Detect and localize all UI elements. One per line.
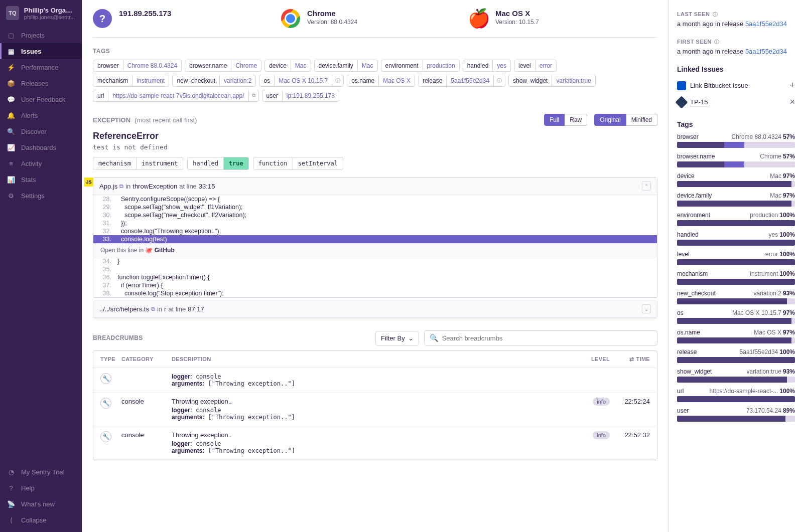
- tag-bar-user[interactable]: user73.170.54.2489%: [677, 407, 795, 422]
- tag-bar-handled[interactable]: handledyes100%: [677, 231, 795, 246]
- tags-label: TAGS: [93, 48, 657, 55]
- btn-minified[interactable]: Minified: [626, 114, 657, 126]
- swap-icon[interactable]: ⇄: [629, 356, 634, 363]
- tag-bar-level[interactable]: levelerror100%: [677, 251, 795, 265]
- tag-mechanism[interactable]: mechanisminstrument: [93, 75, 169, 87]
- nav-settings[interactable]: ⚙Settings: [0, 188, 82, 204]
- last-seen-release[interactable]: 5aa1f55e2d34: [745, 20, 787, 28]
- code-line: 32. console.log("Throwing exception..");: [93, 227, 657, 235]
- nav-performance[interactable]: ⚡Performance: [0, 59, 82, 75]
- os-name: Mac OS X: [495, 9, 539, 18]
- radio-icon: 📡: [7, 500, 15, 508]
- tag-browser[interactable]: browserChrome 88.0.4324: [93, 60, 182, 72]
- tag-show_widget[interactable]: show_widgetvariation:true: [508, 75, 596, 87]
- info-icon[interactable]: ⓘ: [493, 75, 505, 86]
- chip-true: true: [224, 157, 249, 170]
- tag-bar-mechanism[interactable]: mechanisminstrument100%: [677, 270, 795, 285]
- btn-original[interactable]: Original: [594, 114, 626, 126]
- tag-os.name[interactable]: os.nameMac OS X: [347, 75, 415, 87]
- tag-release[interactable]: release5aa1f55e2d34ⓘ: [418, 75, 505, 87]
- nav-help[interactable]: ?Help: [0, 480, 82, 496]
- tag-bar-os[interactable]: osMac OS X 10.15.797%: [677, 309, 795, 324]
- nav-activity[interactable]: ≡Activity: [0, 155, 82, 171]
- filter-button[interactable]: Filter By ⌄: [375, 331, 419, 345]
- code-line: 38. console.log("Stop exception timer");: [93, 289, 657, 297]
- nav-alerts[interactable]: 🔔Alerts: [0, 107, 82, 123]
- list-icon: ≡: [7, 159, 15, 167]
- breadcrumb-row[interactable]: 🔧consoleThrowing exception..logger: cons…: [93, 426, 657, 460]
- tag-environment[interactable]: environmentproduction: [381, 60, 460, 72]
- linked-action[interactable]: ×: [789, 97, 795, 107]
- nav-stats[interactable]: 📊Stats: [0, 171, 82, 188]
- frame2-file: ../../src/helpers.ts: [99, 305, 149, 313]
- tag-bar-device.family[interactable]: device.familyMac97%: [677, 192, 795, 207]
- external-icon[interactable]: ⧉: [119, 183, 123, 190]
- breadcrumb-row[interactable]: 🔧consoleThrowing exception..logger: cons…: [93, 393, 657, 426]
- org-header[interactable]: TQ Phillip's Organiz... phillip.jones@se…: [0, 0, 82, 27]
- nav-dashboards[interactable]: 📈Dashboards: [0, 139, 82, 155]
- nav-releases[interactable]: 📦Releases: [0, 75, 82, 91]
- nav-my-sentry-trial[interactable]: ◔My Sentry Trial: [0, 464, 82, 480]
- tag-bar-browser.name[interactable]: browser.nameChrome57%: [677, 153, 795, 167]
- linked-action[interactable]: +: [789, 80, 795, 91]
- nav-discover[interactable]: 🔍Discover: [0, 123, 82, 139]
- nav-projects[interactable]: ▢Projects: [0, 27, 82, 43]
- breadcrumbs-label: BREADCRUMBS: [93, 334, 143, 341]
- info-row: ? 191.89.255.173 Chrome Version: 88.0.43…: [93, 0, 657, 38]
- code-line: 33. console.log(test): [93, 235, 657, 243]
- apple-icon: 🍎: [469, 9, 488, 28]
- btn-full[interactable]: Full: [544, 114, 565, 126]
- frame-header-2[interactable]: ../../src/helpers.ts ⧉ in r at line 87:1…: [93, 300, 657, 318]
- tag-bar-show_widget[interactable]: show_widgetvariation:true93%: [677, 368, 795, 383]
- tag-browser.name[interactable]: browser.nameChrome: [185, 60, 261, 72]
- external-icon[interactable]: ⧉: [151, 306, 155, 312]
- chip-mechanism: mechanism: [93, 157, 137, 170]
- bell-icon: 🔔: [7, 111, 15, 119]
- linked-item[interactable]: TP-15×: [677, 94, 795, 110]
- collapse-icon: ⟨: [7, 516, 15, 524]
- search-input[interactable]: [442, 334, 652, 342]
- tag-bar-browser[interactable]: browserChrome 88.0.432457%: [677, 133, 795, 148]
- linked-item[interactable]: Link Bitbucket Issue+: [677, 77, 795, 94]
- rp-tags-label: Tags: [677, 120, 795, 128]
- tag-bar-url[interactable]: urlhttps://do-sample-react-...100%: [677, 388, 795, 402]
- col-description: DESCRIPTION: [172, 356, 580, 363]
- github-link[interactable]: GitHub: [155, 247, 175, 254]
- browser-version: Version: 88.0.4324: [307, 19, 357, 26]
- github-icon: 🐙: [145, 247, 153, 254]
- tag-device[interactable]: deviceMac: [264, 60, 311, 72]
- tag-new_checkout[interactable]: new_checkoutvariation:2: [172, 75, 256, 87]
- btn-raw[interactable]: Raw: [565, 114, 587, 126]
- tag-url[interactable]: urlhttps://do-sample-react-7v5is.ondigit…: [93, 90, 259, 102]
- search-icon: 🔍: [7, 127, 15, 135]
- col-time: TIME: [636, 356, 650, 363]
- tag-bar-environment[interactable]: environmentproduction100%: [677, 212, 795, 226]
- view-orig-min: OriginalMinified: [594, 114, 657, 126]
- first-seen-release[interactable]: 5aa1f55e2d34: [745, 48, 787, 55]
- info-icon[interactable]: ⓘ: [332, 75, 343, 86]
- last-seen-label: LAST SEEN ⓘ: [677, 11, 795, 18]
- nav-what's-new[interactable]: 📡What's new: [0, 496, 82, 512]
- tag-bar-release[interactable]: release5aa1f55e2d34100%: [677, 348, 795, 363]
- tag-bar-new_checkout[interactable]: new_checkoutvariation:293%: [677, 290, 795, 304]
- frame-header[interactable]: App.js ⧉ in throwException at line 33:15…: [93, 178, 657, 195]
- info-icon[interactable]: ⓘ: [713, 12, 718, 17]
- tag-handled[interactable]: handledyes: [463, 60, 511, 72]
- exception-header: EXCEPTION (most recent call first) FullR…: [93, 114, 657, 126]
- tag-bar-os.name[interactable]: os.nameMac OS X97%: [677, 329, 795, 343]
- external-icon[interactable]: ⧉: [248, 90, 258, 101]
- info-icon[interactable]: ⓘ: [714, 39, 719, 45]
- tag-bar-device[interactable]: deviceMac97%: [677, 172, 795, 187]
- box-icon: 📦: [7, 79, 15, 87]
- tag-user[interactable]: userip:191.89.255.173: [262, 90, 339, 102]
- breadcrumb-row[interactable]: 🔧logger: consolearguments: ["Throwing ex…: [93, 368, 657, 393]
- nav-collapse[interactable]: ⟨Collapse: [0, 512, 82, 528]
- expand-button[interactable]: ⌄: [642, 304, 651, 313]
- nav-issues[interactable]: ▤Issues: [0, 43, 82, 59]
- tag-level[interactable]: levelerror: [514, 60, 557, 72]
- nav-user-feedback[interactable]: 💬User Feedback: [0, 91, 82, 107]
- breadcrumb-search[interactable]: 🔍: [424, 330, 657, 345]
- tag-os[interactable]: osMac OS X 10.15.7ⓘ: [259, 75, 344, 87]
- collapse-button[interactable]: ⌃: [642, 182, 651, 191]
- tag-device.family[interactable]: device.familyMac: [314, 60, 378, 72]
